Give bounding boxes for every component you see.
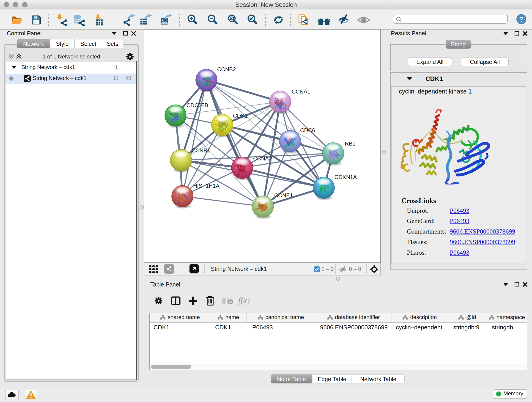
svg-text:CCNA1: CCNA1 [292, 89, 310, 95]
svg-text:CCNB1: CCNB1 [191, 147, 210, 153]
svg-text:CDC25B: CDC25B [186, 102, 208, 108]
svg-text:CCNE1: CCNE1 [274, 192, 293, 198]
svg-text:CDKN1A: CDKN1A [335, 174, 357, 180]
svg-text:CDK1: CDK1 [233, 113, 248, 119]
svg-text:CDC6: CDC6 [300, 127, 315, 133]
svg-text:CCNB2: CCNB2 [217, 66, 236, 72]
svg-text:CCNA2: CCNA2 [253, 155, 272, 162]
svg-text:RB1: RB1 [345, 140, 355, 147]
svg-text:HIST1H1A: HIST1H1A [193, 183, 220, 189]
